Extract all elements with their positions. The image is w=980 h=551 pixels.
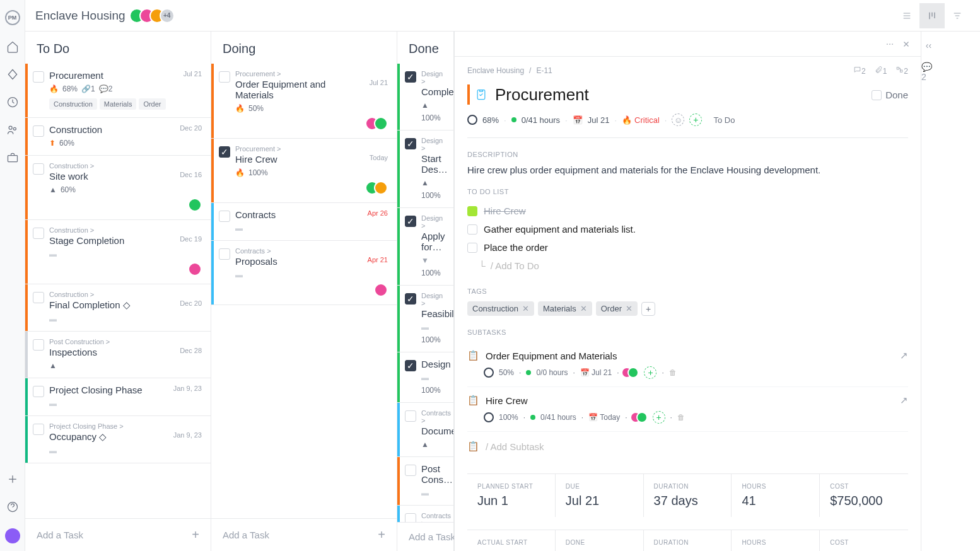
card-tag[interactable]: Construction: [49, 98, 97, 110]
task-card[interactable]: ✓Design >Start Des…▲100%: [397, 130, 453, 208]
todo-checkbox[interactable]: [467, 243, 477, 253]
task-card[interactable]: Contracts >Award Da…⬇: [397, 505, 453, 522]
app-logo[interactable]: PM: [5, 10, 20, 25]
status-label[interactable]: To Do: [713, 115, 735, 125]
tag-remove-icon[interactable]: ✕: [626, 304, 633, 313]
tag-pill[interactable]: Materials ✕: [538, 301, 592, 316]
plus-icon[interactable]: [6, 473, 19, 485]
todo-item[interactable]: Place the order: [467, 238, 908, 257]
card-checkbox[interactable]: [405, 465, 416, 476]
assignee-placeholder-icon[interactable]: ☺: [672, 113, 684, 126]
briefcase-icon[interactable]: [6, 151, 19, 164]
task-card[interactable]: Post Construction >InspectionsDec 28▲: [25, 331, 211, 378]
card-checkbox[interactable]: [33, 424, 44, 435]
task-card[interactable]: ContractsApr 26▬: [211, 202, 397, 241]
card-checkbox[interactable]: [33, 163, 44, 175]
comment-count[interactable]: 2: [853, 66, 866, 76]
add-task-button[interactable]: Add a Task+: [211, 518, 397, 551]
task-card[interactable]: ✓Design▬100%: [397, 352, 453, 403]
tag-pill[interactable]: Order ✕: [596, 301, 638, 316]
subtask-item[interactable]: 📋Order Equipment and Materials↗50%·0/0 h…: [467, 342, 908, 387]
card-checkbox[interactable]: [219, 211, 230, 222]
tag-remove-icon[interactable]: ✕: [580, 304, 587, 313]
card-checkbox[interactable]: [33, 339, 44, 351]
filter-view-icon[interactable]: [945, 3, 970, 28]
add-tag-button[interactable]: +: [641, 302, 655, 316]
add-task-button[interactable]: Add a Task+: [25, 518, 211, 551]
collapse-icon[interactable]: ‹‹: [926, 40, 931, 50]
task-card[interactable]: ProcurementJul 21🔥68%🔗1💬2ConstructionMat…: [25, 64, 211, 118]
task-card[interactable]: ✓Design >Apply for…▼100%: [397, 207, 453, 286]
people-icon[interactable]: [6, 124, 19, 136]
done-toggle[interactable]: Done: [872, 89, 908, 100]
help-icon[interactable]: [6, 501, 19, 513]
comment-count-side[interactable]: 💬2: [921, 62, 936, 82]
card-checkbox[interactable]: ✓: [405, 138, 416, 149]
list-view-icon[interactable]: [894, 3, 919, 28]
attachment-count[interactable]: 1: [875, 66, 887, 76]
card-title: Inspections: [49, 347, 97, 357]
tag-remove-icon[interactable]: ✕: [522, 304, 529, 313]
todo-item[interactable]: Gather equipment and materials list.: [467, 220, 908, 238]
task-card[interactable]: Construction >Stage CompletionDec 19▬: [25, 219, 211, 284]
card-checkbox[interactable]: [33, 292, 44, 303]
card-checkbox[interactable]: [219, 248, 230, 260]
priority-badge[interactable]: 🔥 Critical: [622, 115, 660, 125]
close-icon[interactable]: [902, 40, 911, 49]
card-checkbox[interactable]: [33, 228, 44, 239]
task-card[interactable]: ✓Design >Complete…▲100%: [397, 64, 453, 130]
card-checkbox[interactable]: ✓: [219, 146, 230, 158]
card-checkbox[interactable]: ✓: [405, 360, 416, 371]
home-icon[interactable]: [6, 40, 19, 53]
delete-icon[interactable]: 🗑: [677, 413, 685, 422]
add-subtask-button[interactable]: 📋/ Add Subtask: [467, 432, 908, 461]
stat-cell: COST$750,000: [820, 474, 908, 517]
card-checkbox[interactable]: [33, 386, 44, 397]
task-card[interactable]: Contracts >ProposalsApr 21▬: [211, 240, 397, 305]
task-card[interactable]: ✓Design >Feasibility…▬100%: [397, 285, 453, 352]
card-checkbox[interactable]: [405, 410, 416, 422]
tag-pill[interactable]: Construction ✕: [467, 301, 534, 316]
clock-icon[interactable]: [6, 96, 19, 108]
task-card[interactable]: ✓Procurement >Hire CrewToday🔥100%: [211, 138, 397, 203]
task-card[interactable]: Project Closing Phase >Occupancy ◇Jan 9,…: [25, 415, 211, 463]
card-tag[interactable]: Materials: [100, 98, 137, 110]
card-checkbox[interactable]: [405, 513, 416, 522]
card-checkbox[interactable]: [219, 71, 230, 83]
card-date: Jan 9, 23: [173, 431, 202, 439]
board-view-icon[interactable]: [919, 3, 945, 28]
task-card[interactable]: Construction >Final Completion ◇Dec 20▬: [25, 284, 211, 332]
card-parent: Construction >: [49, 291, 202, 298]
task-card[interactable]: Project Closing PhaseJan 9, 23▬: [25, 378, 211, 416]
task-card[interactable]: ConstructionDec 20⬆60%: [25, 117, 211, 156]
todo-checkbox[interactable]: [467, 224, 477, 235]
add-assignee-button[interactable]: +: [689, 113, 702, 126]
card-checkbox[interactable]: ✓: [405, 293, 416, 304]
add-todo-button[interactable]: └ / Add To Do: [467, 257, 908, 275]
task-description[interactable]: Hire crew plus order equipment and mater…: [467, 165, 908, 175]
card-meta: ▬: [49, 315, 202, 323]
open-subtask-icon[interactable]: ↗: [900, 350, 908, 361]
card-tag[interactable]: Order: [139, 98, 165, 110]
task-card[interactable]: Construction >Site workDec 16▲60%: [25, 155, 211, 220]
card-checkbox[interactable]: [33, 125, 44, 137]
diamond-icon[interactable]: [6, 68, 19, 81]
todo-checkbox[interactable]: [467, 206, 477, 216]
add-assignee-button[interactable]: +: [644, 366, 656, 379]
card-checkbox[interactable]: [33, 71, 44, 83]
task-card[interactable]: Contracts >Documen…▲: [397, 402, 453, 457]
link-count[interactable]: 2: [895, 66, 908, 76]
card-checkbox[interactable]: ✓: [405, 216, 416, 227]
subtask-item[interactable]: 📋Hire Crew↗100%·0/41 hours·📅 Today·+·🗑: [467, 387, 908, 432]
user-avatar[interactable]: [5, 528, 20, 543]
open-subtask-icon[interactable]: ↗: [900, 395, 908, 406]
card-checkbox[interactable]: ✓: [405, 71, 416, 83]
todo-item[interactable]: Hire Crew: [467, 202, 908, 220]
task-card[interactable]: Post Cons…▬: [397, 456, 453, 506]
task-card[interactable]: Procurement >Order Equipment and Materia…: [211, 64, 397, 139]
more-icon[interactable]: [885, 40, 894, 49]
add-task-button[interactable]: Add a Task: [397, 522, 453, 551]
delete-icon[interactable]: 🗑: [669, 368, 677, 377]
member-avatars[interactable]: +4: [134, 8, 175, 23]
add-assignee-button[interactable]: +: [653, 411, 665, 424]
